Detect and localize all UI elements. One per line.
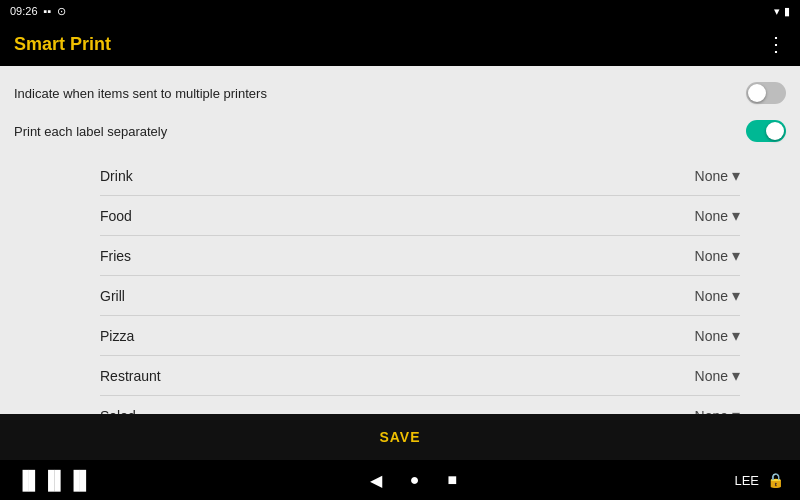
toggle-label-indicate: Indicate when items sent to multiple pri… — [14, 86, 267, 101]
printer-row-restraunt: Restraunt None ▾ — [100, 356, 740, 396]
printer-row-fries: Fries None ▾ — [100, 236, 740, 276]
app-title: Smart Print — [14, 34, 111, 55]
printer-select-drink[interactable]: None ▾ — [640, 166, 740, 185]
printer-name-drink: Drink — [100, 168, 640, 184]
chevron-down-drink: ▾ — [732, 166, 740, 185]
toggle-knob-print — [766, 122, 784, 140]
chevron-down-grill: ▾ — [732, 286, 740, 305]
barcode-icon: ▐▌▐▌▐▌ — [16, 470, 93, 491]
bottom-nav: ▐▌▐▌▐▌ ◀ ● ■ LEE 🔒 — [0, 460, 800, 500]
printer-select-restraunt[interactable]: None ▾ — [640, 366, 740, 385]
printer-value-pizza: None — [695, 328, 728, 344]
toggle-switch-indicate[interactable] — [746, 82, 786, 104]
home-button[interactable]: ● — [410, 471, 420, 489]
printer-row-food: Food None ▾ — [100, 196, 740, 236]
printer-section: Drink None ▾ Food None ▾ Fries None ▾ Gr… — [0, 156, 800, 414]
printer-row-pizza: Pizza None ▾ — [100, 316, 740, 356]
recents-button[interactable]: ■ — [447, 471, 457, 489]
printer-value-fries: None — [695, 248, 728, 264]
bottom-nav-right: LEE 🔒 — [734, 472, 784, 488]
status-bar-right: ▾ ▮ — [774, 5, 790, 18]
status-bar: 09:26 ▪▪ ⊙ ▾ ▮ — [0, 0, 800, 22]
printer-name-grill: Grill — [100, 288, 640, 304]
battery-icon: ▮ — [784, 5, 790, 18]
toggle-label-print: Print each label separately — [14, 124, 167, 139]
status-time: 09:26 — [10, 5, 38, 17]
lock-icon[interactable]: 🔒 — [767, 472, 784, 488]
printer-name-pizza: Pizza — [100, 328, 640, 344]
printer-name-food: Food — [100, 208, 640, 224]
printer-name-restraunt: Restraunt — [100, 368, 640, 384]
wifi-icon: ▾ — [774, 5, 780, 18]
status-bar-left: 09:26 ▪▪ ⊙ — [10, 5, 66, 18]
bottom-nav-left: ▐▌▐▌▐▌ — [16, 470, 93, 491]
printer-value-restraunt: None — [695, 368, 728, 384]
top-bar: Smart Print ⋮ — [0, 22, 800, 66]
save-label: SAVE — [379, 429, 420, 445]
chevron-down-food: ▾ — [732, 206, 740, 225]
printer-select-pizza[interactable]: None ▾ — [640, 326, 740, 345]
printer-row-salad: Salad None ▾ — [100, 396, 740, 414]
bottom-nav-center: ◀ ● ■ — [370, 471, 457, 490]
toggle-row-indicate: Indicate when items sent to multiple pri… — [0, 74, 800, 112]
printer-value-food: None — [695, 208, 728, 224]
chevron-down-pizza: ▾ — [732, 326, 740, 345]
menu-icon[interactable]: ⋮ — [766, 32, 786, 56]
back-button[interactable]: ◀ — [370, 471, 382, 490]
toggle-row-print: Print each label separately — [0, 112, 800, 150]
save-button[interactable]: SAVE — [0, 414, 800, 460]
chevron-down-restraunt: ▾ — [732, 366, 740, 385]
printer-value-grill: None — [695, 288, 728, 304]
printer-select-salad[interactable]: None ▾ — [640, 406, 740, 414]
toggle-switch-print[interactable] — [746, 120, 786, 142]
chevron-down-salad: ▾ — [732, 406, 740, 414]
printer-row-drink: Drink None ▾ — [100, 156, 740, 196]
printer-value-drink: None — [695, 168, 728, 184]
status-icon-1: ▪▪ — [44, 5, 52, 17]
content-area: Indicate when items sent to multiple pri… — [0, 66, 800, 414]
user-label: LEE — [734, 473, 759, 488]
printer-name-fries: Fries — [100, 248, 640, 264]
printer-row-grill: Grill None ▾ — [100, 276, 740, 316]
status-icon-2: ⊙ — [57, 5, 66, 18]
toggle-knob-indicate — [748, 84, 766, 102]
printer-select-grill[interactable]: None ▾ — [640, 286, 740, 305]
printer-select-fries[interactable]: None ▾ — [640, 246, 740, 265]
chevron-down-fries: ▾ — [732, 246, 740, 265]
printer-select-food[interactable]: None ▾ — [640, 206, 740, 225]
